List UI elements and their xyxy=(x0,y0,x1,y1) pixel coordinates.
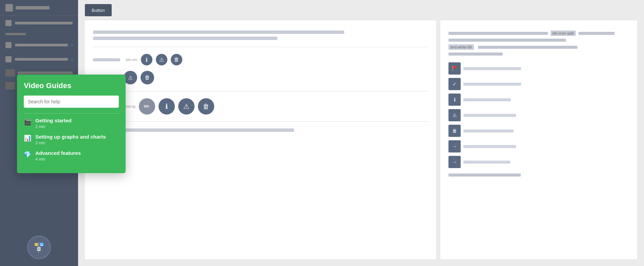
right-text-bar-7 xyxy=(463,161,510,164)
sidebar-item-settings[interactable]: › xyxy=(0,38,78,52)
code-inline-1: btn-icon-split xyxy=(551,30,576,36)
video-guide-content: Setting up graphs and charts 3 min xyxy=(35,134,106,145)
guide-button-area: 🚏 xyxy=(0,229,78,266)
warn-button-large[interactable]: ⚠ xyxy=(178,98,195,115)
video-guide-content: Getting started 2 min xyxy=(35,118,72,129)
video-guide-title: Advanced features xyxy=(35,150,81,156)
sidebar-item-label xyxy=(15,22,73,24)
delete-button-medium[interactable]: 🗑 xyxy=(141,71,154,84)
table-icon xyxy=(5,82,15,89)
arrow-button-right-2[interactable]: → xyxy=(448,156,461,168)
code-bar-1 xyxy=(448,32,548,35)
sidebar-item-tools[interactable]: › xyxy=(0,52,78,66)
delete-button-small[interactable]: 🗑 xyxy=(171,54,182,65)
video-guides-panel: Video Guides 🎬 Getting started 2 min 📊 S… xyxy=(17,75,126,173)
panel-text-bar-2 xyxy=(93,37,277,40)
video-guide-duration: 2 min xyxy=(35,124,72,129)
sidebar-item-label xyxy=(18,71,73,74)
search-input[interactable] xyxy=(24,96,119,108)
main-content: Button .btn-sm ℹ ⚠ 🗑 ⚠ 🗑 xyxy=(78,0,644,266)
panel-text-bar-1 xyxy=(93,30,344,34)
chevron-right-icon: › xyxy=(71,57,73,62)
chevron-right-icon: › xyxy=(71,43,73,47)
code-bar-3 xyxy=(448,39,566,42)
tools-icon xyxy=(5,56,12,62)
delete-button-right[interactable]: 🗑 xyxy=(448,125,461,137)
btn-row-large: .btn-lg ✏ ℹ ⚠ 🗑 xyxy=(93,98,428,115)
right-text-bar-3 xyxy=(463,98,511,101)
panel-divider-2 xyxy=(93,91,428,91)
right-btn-row-6: → xyxy=(448,140,629,152)
right-btn-row-5: 🗑 xyxy=(448,125,629,137)
logo-icon xyxy=(5,4,13,12)
video-guide-duration: 4 min xyxy=(35,157,81,162)
warn-button-medium[interactable]: ⚠ xyxy=(124,71,137,84)
right-btn-row-3: ℹ xyxy=(448,94,629,106)
right-text-bar-2 xyxy=(463,83,521,86)
dashboard-icon xyxy=(5,20,12,26)
code-bar-2 xyxy=(578,32,614,35)
right-text-bar-4 xyxy=(463,114,516,117)
btn-row-medium: ⚠ 🗑 xyxy=(93,71,428,84)
right-panel: btn-icon-split text-white-50 🚩 xyxy=(440,20,637,259)
right-text-bar-6 xyxy=(463,145,516,148)
arrow-button-right-1[interactable]: → xyxy=(448,140,461,152)
top-bar: Button xyxy=(78,0,644,20)
right-btn-row-2: ✓ xyxy=(448,78,629,90)
sidebar-item-dashboard[interactable] xyxy=(0,16,78,30)
video-guide-item-graphs[interactable]: 📊 Setting up graphs and charts 3 min xyxy=(24,134,119,145)
sidebar-item-label xyxy=(15,44,68,46)
content-area: .btn-sm ℹ ⚠ 🗑 ⚠ 🗑 .btn-lg ✏ ℹ ⚠ 🗑 xyxy=(78,20,644,266)
right-text-bar-1 xyxy=(463,67,521,70)
video-guides-title: Video Guides xyxy=(24,81,119,90)
right-btn-row-4: ⚠ xyxy=(448,109,629,121)
video-guide-item-advanced[interactable]: 💎 Advanced features 4 min xyxy=(24,150,119,162)
right-bottom-bar xyxy=(448,173,521,177)
chart-icon xyxy=(5,69,15,77)
signpost-icon: 🚏 xyxy=(33,242,45,253)
code-bar-4 xyxy=(478,46,577,49)
btn-size-label-lg: .btn-lg xyxy=(125,104,135,108)
panel-divider-3 xyxy=(93,121,428,122)
info-button-large[interactable]: ℹ xyxy=(159,98,175,115)
sidebar-section-1 xyxy=(0,30,78,38)
right-btn-row-7: → xyxy=(448,156,629,168)
video-guide-item-getting-started[interactable]: 🎬 Getting started 2 min xyxy=(24,118,119,129)
graphs-icon: 📊 xyxy=(24,135,32,143)
video-guide-title: Setting up graphs and charts xyxy=(35,134,106,140)
video-guide-title: Getting started xyxy=(35,118,72,123)
right-btn-row-1: 🚩 xyxy=(448,62,629,75)
warn-button-right[interactable]: ⚠ xyxy=(448,109,461,121)
video-guide-duration: 3 min xyxy=(35,141,106,145)
btn-size-label: .btn-sm xyxy=(125,58,137,62)
delete-button-large[interactable]: 🗑 xyxy=(198,98,214,115)
warn-button-small[interactable]: ⚠ xyxy=(156,54,167,65)
settings-icon xyxy=(5,42,12,48)
getting-started-icon: 🎬 xyxy=(24,118,32,126)
check-button[interactable]: ✓ xyxy=(448,78,461,90)
info-button-right[interactable]: ℹ xyxy=(448,94,461,106)
sidebar-logo xyxy=(0,0,78,16)
guide-button[interactable]: 🚏 xyxy=(27,236,51,259)
info-button-small[interactable]: ℹ xyxy=(141,54,152,65)
right-text-bar-5 xyxy=(463,129,514,132)
code-bar-5 xyxy=(448,53,503,56)
left-panel: .btn-sm ℹ ⚠ 🗑 ⚠ 🗑 .btn-lg ✏ ℹ ⚠ 🗑 xyxy=(85,20,436,259)
sidebar-item-label xyxy=(15,58,68,61)
code-inline-2: text-white-50 xyxy=(448,44,474,50)
advanced-icon: 💎 xyxy=(24,151,32,159)
btn-row-small: .btn-sm ℹ ⚠ 🗑 xyxy=(93,54,428,65)
panel-divider xyxy=(93,47,428,47)
video-guide-content: Advanced features 4 min xyxy=(35,150,81,162)
flag-button[interactable]: 🚩 xyxy=(448,62,461,75)
section-label xyxy=(5,33,26,35)
edit-button-large[interactable]: ✏ xyxy=(139,98,155,115)
logo-text xyxy=(16,6,50,9)
video-guides-divider xyxy=(24,113,119,114)
btn-label xyxy=(93,58,120,61)
top-bar-button[interactable]: Button xyxy=(85,4,112,16)
